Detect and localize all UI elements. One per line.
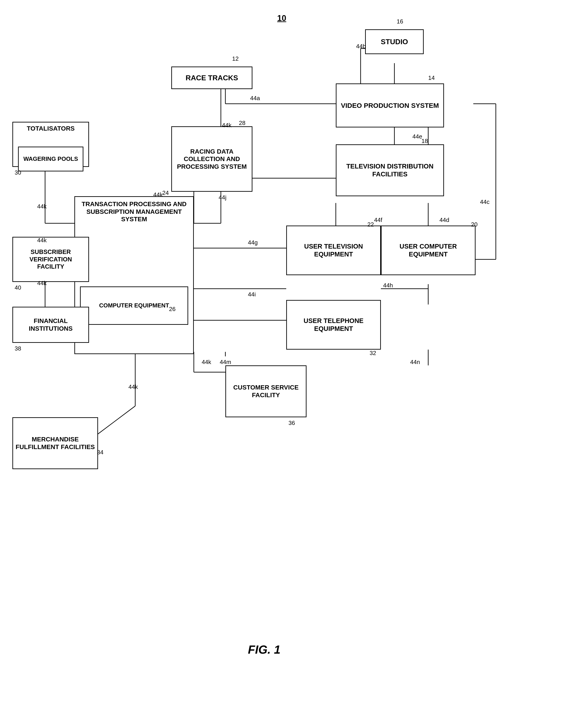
label-44m: 44m — [220, 359, 231, 365]
user-tv-ref: 22 — [367, 221, 374, 228]
television-dist-box: TELEVISION DISTRIBUTION FACILITIES — [336, 144, 444, 196]
studio-box: STUDIO — [365, 29, 424, 54]
user-telephone-ref: 32 — [370, 350, 376, 357]
label-44h: 44h — [383, 282, 393, 289]
computer-eq-ref: 26 — [169, 305, 176, 313]
label-44j: 44j — [219, 194, 226, 201]
user-computer-ref: 20 — [471, 221, 477, 228]
label-44f: 44f — [374, 216, 382, 224]
diagram-title: 10 — [277, 13, 286, 23]
transaction-ref: 24 — [162, 189, 169, 197]
video-production-box: VIDEO PRODUCTION SYSTEM — [336, 84, 444, 127]
label-44n: 44n — [410, 359, 420, 365]
label-44k-merc: 44k — [128, 383, 138, 390]
customer-service-box: CUSTOMER SERVICE FACILITY — [225, 365, 307, 417]
label-44k-trans: 44k — [153, 191, 163, 198]
user-telephone-box: USER TELEPHONE EQUIPMENT — [286, 300, 381, 350]
financial-ref: 38 — [14, 345, 21, 352]
diagram-container: 10 STUDIO 16 VIDEO PRODUCTION SYSTEM 14 … — [0, 0, 588, 708]
user-computer-box: USER COMPUTER EQUIPMENT — [381, 226, 475, 275]
totalisators-ref: 30 — [14, 169, 21, 176]
customer-service-ref: 36 — [288, 419, 295, 426]
subscriber-ref: 40 — [14, 284, 21, 291]
television-dist-ref: 18 — [422, 138, 428, 145]
label-44d: 44d — [439, 216, 449, 224]
racing-data-ref: 28 — [239, 120, 245, 126]
video-production-ref: 14 — [428, 75, 435, 82]
label-44k-tot: 44k — [37, 203, 47, 210]
label-44k-fin: 44k — [37, 280, 47, 287]
label-44b: 44b — [356, 43, 366, 50]
merchandise-ref: 34 — [97, 449, 103, 456]
racing-data-box: RACING DATA COLLECTION AND PROCESSING SY… — [171, 126, 252, 192]
race-tracks-box: RACE TRACKS — [171, 66, 252, 89]
subscriber-box: SUBSCRIBER VERIFICATION FACILITY — [12, 237, 89, 282]
label-44e: 44e — [412, 133, 422, 140]
user-tv-box: USER TELEVISION EQUIPMENT — [286, 226, 381, 275]
studio-ref: 16 — [397, 18, 403, 25]
label-44a: 44a — [250, 95, 260, 102]
label-44i: 44i — [248, 291, 256, 298]
race-tracks-ref: 12 — [232, 55, 239, 62]
label-44k-race: 44k — [222, 122, 231, 129]
financial-box: FINANCIAL INSTITUTIONS — [12, 307, 89, 343]
label-44c: 44c — [480, 199, 490, 205]
label-44k-cust: 44k — [202, 359, 211, 365]
label-44k-sub: 44k — [37, 237, 47, 244]
wagering-pools-box: WAGERING POOLS — [18, 147, 83, 171]
merchandise-box: MERCHANDISE FULFILLMENT FACILITIES — [12, 417, 98, 469]
transaction-outer-box: TRANSACTION PROCESSING AND SUBSCRIPTION … — [74, 196, 194, 354]
fig-label: FIG. 1 — [248, 643, 280, 656]
label-44g: 44g — [248, 239, 257, 246]
